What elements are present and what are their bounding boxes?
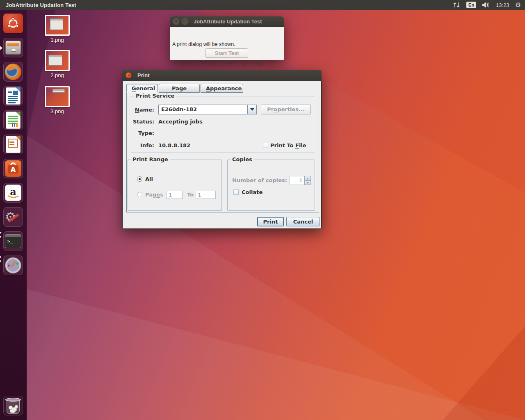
launcher-item-settings[interactable]: ⚙ (3, 207, 23, 227)
ubuntu-logo-icon (3, 14, 23, 33)
pages-to-input[interactable] (196, 191, 216, 199)
thumbnail-3png (45, 86, 70, 107)
collate-label: Collate (242, 189, 262, 195)
system-settings-icon: ⚙ (4, 208, 22, 226)
launcher-item-calc[interactable] (3, 110, 23, 130)
trash-icon (5, 397, 21, 415)
desktop-icon-label: 1.png (38, 37, 77, 43)
libreoffice-calc-icon (6, 112, 21, 129)
launcher-item-terminal[interactable]: >_ (3, 231, 23, 251)
copies-legend: Copies (231, 156, 254, 162)
running-pip (0, 232, 2, 234)
print-dialog: × Print General Page Setup Appearance Pr… (122, 70, 322, 229)
copies-group: Copies (227, 160, 315, 211)
cancel-button[interactable]: Cancel (286, 217, 320, 226)
ubuntu-software-icon: A (5, 160, 21, 177)
running-pip (0, 256, 2, 258)
print-range-legend: Print Range (131, 156, 170, 162)
session-gear-icon[interactable]: ⚙ (515, 2, 521, 8)
keyboard-layout-badge[interactable]: En (466, 2, 476, 8)
chevron-down-icon[interactable] (247, 105, 256, 114)
libreoffice-impress-icon (6, 136, 21, 153)
maximize-icon[interactable]: ▢ (182, 18, 188, 25)
firefox-icon (5, 64, 21, 80)
type-label: Type: (133, 130, 154, 136)
active-app-arrow (0, 46, 2, 50)
clock[interactable]: 13:23 (496, 2, 509, 8)
spinner-down-icon[interactable] (304, 180, 311, 185)
thumbnail-2png (45, 50, 70, 71)
tab-appearance[interactable]: Appearance (201, 84, 243, 93)
active-window-title: JobAttribute Updation Test (6, 2, 76, 8)
keyboard-indicator-icon[interactable] (452, 2, 461, 8)
range-all-label: All (145, 176, 153, 182)
copies-spinner: 1 (290, 176, 311, 185)
range-all-radio[interactable] (137, 176, 142, 182)
java-app-icon (5, 257, 21, 274)
print-range-group: Print Range (128, 160, 222, 211)
amazon-icon: a (5, 185, 21, 201)
print-button[interactable]: Print (257, 217, 284, 226)
desktop-icon-label: 3.png (38, 108, 77, 114)
unity-launcher: A a ⚙ >_ (0, 10, 27, 420)
spinner-up-icon[interactable] (304, 176, 311, 180)
start-test-button[interactable]: Start Test (205, 48, 248, 58)
copies-value[interactable]: 1 (290, 176, 304, 185)
files-icon (5, 41, 21, 55)
top-panel: JobAttribute Updation Test En 13:23 ⚙ (0, 0, 525, 10)
test-window-title: JobAttribute Updation Test (194, 18, 262, 25)
launcher-item-amazon[interactable]: a (3, 183, 23, 203)
software-letter: A (5, 166, 21, 174)
printer-name-combobox[interactable]: E260dn-182 (158, 105, 257, 114)
message-line: A print dialog will be shown. (172, 41, 281, 48)
print-to-file-label: Print To File (270, 142, 306, 148)
info-value: 10.8.8.182 (158, 142, 190, 148)
info-label: Info: (133, 142, 154, 148)
status-value: Accepting jobs (158, 119, 203, 125)
desktop-icon-2png[interactable]: 2.png (38, 50, 77, 78)
range-pages-radio[interactable] (137, 192, 142, 197)
name-label: Name: (133, 107, 154, 113)
properties-button[interactable]: Properties... (261, 105, 311, 114)
print-to-file-checkbox[interactable] (263, 143, 268, 148)
copies-number-label: Number of copies: (232, 177, 287, 183)
terminal-icon: >_ (5, 234, 21, 248)
launcher-item-software[interactable]: A (3, 159, 23, 178)
launcher-item-dash[interactable] (3, 14, 23, 33)
print-dialog-titlebar[interactable]: × Print (122, 70, 322, 81)
launcher-item-files[interactable] (3, 38, 23, 57)
close-icon[interactable]: ✕ (173, 18, 179, 25)
launcher-item-trash[interactable] (3, 396, 23, 415)
launcher-item-impress[interactable] (3, 135, 23, 154)
running-pip (0, 260, 2, 262)
desktop-icon-3png[interactable]: 3.png (38, 86, 77, 114)
message-line: Please select Pages within Page-range. (172, 60, 281, 66)
printer-name-value: E260dn-182 (159, 105, 247, 114)
pages-from-input[interactable] (167, 191, 183, 199)
libreoffice-writer-icon (6, 87, 21, 105)
launcher-item-java-app[interactable] (3, 256, 23, 275)
desktop-icon-label: 2.png (38, 72, 77, 78)
pages-to-label: To (187, 192, 194, 198)
terminal-prompt-glyph: >_ (7, 239, 13, 244)
running-pip (0, 236, 2, 238)
print-dialog-title: Print (137, 72, 150, 78)
test-window-titlebar[interactable]: ✕ ▢ JobAttribute Updation Test (170, 16, 284, 27)
thumbnail-1png (45, 15, 70, 36)
volume-icon[interactable] (482, 2, 490, 8)
desktop-icon-1png[interactable]: 1.png (38, 15, 77, 43)
print-service-legend: Print Service (134, 93, 176, 99)
test-window: ✕ ▢ JobAttribute Updation Test A print d… (170, 16, 284, 60)
close-icon[interactable]: × (126, 72, 132, 78)
tab-general[interactable]: General (126, 84, 158, 93)
tab-page-setup[interactable]: Page Setup (159, 84, 200, 93)
launcher-item-writer[interactable] (3, 86, 23, 106)
launcher-item-firefox[interactable] (3, 62, 23, 82)
collate-checkbox[interactable] (233, 189, 239, 195)
range-pages-label: Pages (145, 192, 163, 198)
status-label: Status: (133, 119, 154, 125)
